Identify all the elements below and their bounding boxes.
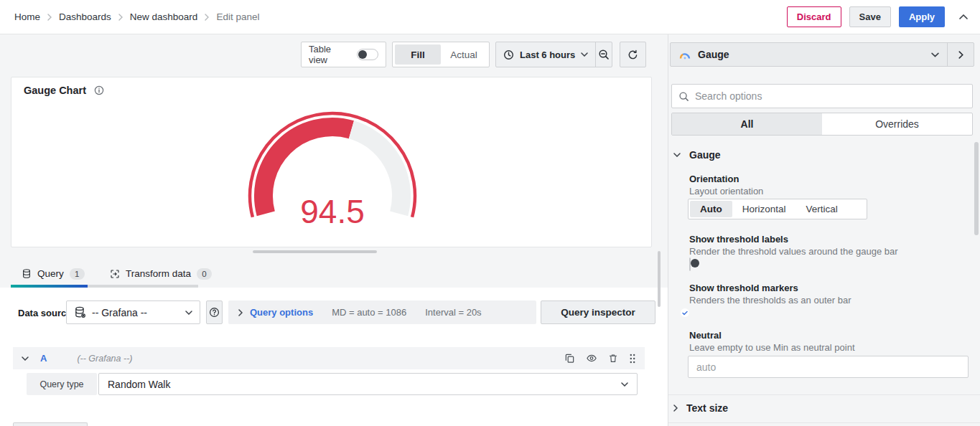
options-search	[671, 84, 973, 108]
max-data-points: MD = auto = 1086	[332, 307, 406, 318]
orientation-radio-group: Auto Horizontal Vertical	[688, 199, 867, 219]
query-type-value: Random Walk	[108, 379, 621, 390]
gauge-section-title: Gauge	[689, 149, 721, 161]
chevron-up-icon[interactable]	[958, 14, 969, 20]
query-inspector-button[interactable]: Query inspector	[541, 300, 655, 324]
breadcrumb-dashboards[interactable]: Dashboards	[59, 11, 111, 22]
visualization-select[interactable]: Gauge	[671, 43, 947, 66]
table-view-toggle[interactable]	[357, 49, 378, 60]
panel-title: Gauge Chart	[24, 85, 86, 96]
orientation-description: Layout orientation	[689, 186, 763, 197]
actual-option[interactable]: Actual	[441, 44, 487, 65]
top-bar: Home Dashboards New dashboard Edit panel…	[0, 0, 980, 34]
orientation-vertical[interactable]: Vertical	[796, 201, 848, 217]
collapse-options-button[interactable]	[947, 43, 974, 66]
panel-options-pane: Gauge All Overrides Gauge Orientation La…	[668, 34, 980, 426]
orientation-horizontal[interactable]: Horizontal	[732, 201, 796, 217]
fill-actual-segment: Fill Actual	[392, 42, 490, 67]
delete-query-icon[interactable]	[608, 353, 618, 364]
query-options-expander[interactable]: Query options	[238, 307, 313, 318]
breadcrumb-edit-panel: Edit panel	[216, 11, 259, 22]
datasource-picker[interactable]: -- Grafana --	[66, 300, 200, 324]
neutral-input[interactable]	[688, 356, 969, 378]
visualization-picker: Gauge	[670, 42, 974, 67]
chevron-down-icon	[931, 52, 939, 57]
show-threshold-labels-label: Show threshold labels	[689, 234, 788, 245]
time-range-label: Last 6 hours	[520, 49, 575, 60]
show-threshold-markers-label: Show threshold markers	[689, 283, 798, 293]
time-range-group: Last 6 hours	[495, 42, 612, 67]
tab-query[interactable]: Query 1	[22, 262, 85, 285]
transform-count-badge: 0	[197, 268, 212, 280]
fill-option[interactable]: Fill	[395, 44, 441, 65]
top-actions: Discard Save Apply	[787, 6, 980, 27]
refresh-button[interactable]	[620, 42, 646, 67]
tab-overrides[interactable]: Overrides	[822, 113, 972, 135]
chevron-right-icon	[204, 14, 210, 21]
editor-scrollbar[interactable]	[658, 251, 661, 307]
chevron-down-icon[interactable]	[22, 356, 29, 361]
tab-query-label: Query	[37, 268, 64, 279]
gauge-value: 94.5	[300, 193, 365, 230]
show-threshold-labels-toggle[interactable]	[689, 257, 691, 271]
query-row-a: A (-- Grafana --)	[13, 347, 645, 369]
time-range-picker[interactable]: Last 6 hours	[496, 42, 596, 67]
breadcrumb-home[interactable]: Home	[14, 11, 40, 22]
table-view-label: Table view	[309, 44, 350, 65]
chevron-down-icon	[581, 52, 588, 57]
show-threshold-markers-description: Renders the thresholds as an outer bar	[689, 295, 851, 306]
breadcrumb-new-dashboard[interactable]: New dashboard	[130, 11, 198, 22]
query-ref-id[interactable]: A	[40, 353, 47, 364]
options-scrollbar[interactable]	[974, 142, 979, 235]
datasource-value: -- Grafana --	[92, 307, 179, 318]
chevron-right-icon	[47, 14, 52, 21]
query-type-select[interactable]: Random Walk	[98, 373, 638, 395]
gauge-panel: Gauge Chart 94.5	[11, 77, 652, 247]
toggle-knob	[358, 50, 367, 59]
apply-button[interactable]: Apply	[899, 6, 945, 27]
clock-icon	[503, 49, 514, 60]
query-row-actions	[564, 353, 636, 364]
horizontal-scrollbar[interactable]	[253, 250, 377, 253]
query-options-strip: Query options MD = auto = 1086 Interval …	[228, 300, 536, 324]
toggle-knob-check-icon	[681, 308, 689, 317]
tab-all[interactable]: All	[672, 113, 822, 135]
chevron-right-icon	[238, 309, 243, 316]
tab-transform-label: Transform data	[126, 268, 191, 279]
datasource-icon	[74, 306, 86, 318]
orientation-auto[interactable]: Auto	[690, 201, 732, 217]
query-count-badge: 1	[70, 268, 85, 280]
query-type-label: Query type	[27, 373, 97, 395]
zoom-out-icon	[598, 49, 610, 60]
orientation-label: Orientation	[689, 174, 739, 184]
drag-handle-icon[interactable]	[629, 354, 636, 364]
gauge-viz-icon	[678, 50, 691, 60]
save-button[interactable]: Save	[849, 6, 891, 27]
neutral-description: Leave empty to use Min as neutral point	[689, 342, 855, 353]
table-view-group: Table view	[301, 42, 386, 67]
datasource-help-button[interactable]	[206, 300, 223, 324]
show-threshold-labels-description: Render the threshold values around the g…	[689, 246, 898, 257]
breadcrumb: Home Dashboards New dashboard Edit panel	[0, 11, 259, 22]
panel-header: Gauge Chart	[24, 85, 104, 96]
all-overrides-tabs: All Overrides	[671, 113, 973, 136]
zoom-out-button[interactable]	[596, 42, 612, 67]
toggle-knob	[691, 259, 699, 268]
chevron-right-icon	[118, 14, 123, 21]
chevron-right-icon	[673, 404, 678, 412]
text-size-section-header[interactable]: Text size	[673, 402, 728, 414]
gauge-section-header[interactable]: Gauge	[673, 149, 721, 161]
section-divider	[668, 394, 980, 395]
chevron-down-icon	[185, 311, 192, 315]
text-size-section-title: Text size	[686, 402, 728, 414]
query-row-datasource: (-- Grafana --)	[77, 354, 132, 364]
discard-button[interactable]: Discard	[787, 6, 841, 27]
add-query-button-partial[interactable]	[13, 422, 88, 426]
gauge-visualization: 94.5	[243, 106, 422, 235]
duplicate-query-icon[interactable]	[564, 353, 575, 364]
info-icon[interactable]	[94, 85, 104, 95]
question-circle-icon	[209, 307, 220, 318]
tab-transform-data[interactable]: Transform data 0	[110, 262, 212, 285]
search-options-input[interactable]	[695, 90, 966, 102]
toggle-visibility-icon[interactable]	[586, 353, 597, 364]
